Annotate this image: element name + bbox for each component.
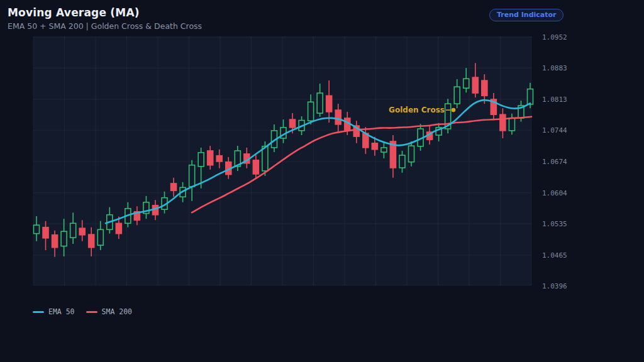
legend-label-ema50: EMA 50	[48, 307, 75, 316]
legend-item-ema50: EMA 50	[33, 307, 75, 316]
y-axis-label: 1.0883	[542, 64, 567, 72]
y-axis-label: 1.0813	[542, 96, 567, 104]
y-axis-label: 1.0674	[542, 158, 567, 166]
golden-cross-marker	[452, 108, 456, 112]
candle	[445, 99, 451, 133]
y-axis-label: 1.0744	[542, 126, 567, 134]
legend-label-sma200: SMA 200	[102, 307, 132, 316]
ema50-swatch	[33, 311, 44, 313]
y-axis-label: 1.0465	[542, 251, 567, 260]
y-axis-label: 1.0952	[542, 33, 567, 41]
y-axis-label: 1.0535	[542, 220, 567, 228]
y-axis-label: 1.0396	[542, 282, 567, 290]
y-axis-label: 1.0604	[542, 189, 567, 197]
chart-legend: EMA 50 SMA 200	[33, 307, 132, 316]
legend-item-sma200: SMA 200	[86, 307, 132, 316]
sma200-swatch	[86, 311, 97, 313]
golden-cross-label: Golden Cross	[389, 106, 445, 114]
y-axis: 1.09521.08831.08131.07441.06741.06041.05…	[542, 33, 567, 290]
moving-average-panel: Moving Average (MA) EMA 50 + SMA 200 | G…	[0, 0, 644, 362]
